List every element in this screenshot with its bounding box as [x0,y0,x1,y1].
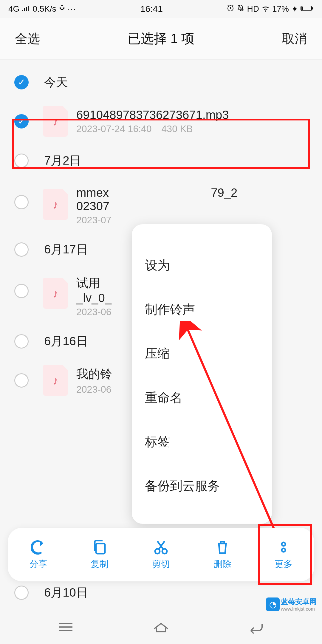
file-date: 2023-07-24 16:40 [76,123,152,134]
clock: 16:41 [140,4,163,14]
menu-item-make-ringtone[interactable]: 制作铃声 [145,287,259,332]
nav-bar [0,611,322,644]
file-row[interactable]: ✓ ♪ 6910489783736273671.mp3 2023-07-24 1… [0,99,322,144]
file-checkbox[interactable] [14,373,29,388]
copy-label: 复制 [91,558,109,570]
share-icon [31,539,46,555]
bell-off-icon [237,4,244,14]
file-date: 2023-07 [76,215,111,225]
group-label: 7月2日 [44,152,81,169]
hd-label: HD [247,4,259,14]
battery-label: 17% [272,4,289,14]
share-label: 分享 [30,558,47,570]
charging-icon: ✦ [291,4,298,14]
delete-icon [215,539,230,555]
group-header[interactable]: 7月2日 [0,144,322,177]
usb-icon [59,4,65,14]
group-header[interactable]: ✓ 今天 [0,66,322,99]
alarm-icon [227,4,234,14]
group-checkbox[interactable] [14,334,29,349]
file-checkbox[interactable] [14,195,29,209]
watermark-title: 蓝莓安卓网 [281,597,317,606]
delete-label: 删除 [213,558,231,570]
more-label: 更多 [275,558,292,570]
menu-item-set-as[interactable]: 设为 [145,243,259,287]
watermark-icon: ◔ [266,597,280,611]
file-size: 430 KB [162,123,193,134]
selection-title: 已选择 1 项 [128,30,195,47]
file-name: mmex 79_2 [76,186,308,199]
wifi-icon [261,4,270,14]
file-date: 2023-06 [76,384,111,395]
signal-icon [22,4,30,14]
cut-label: 剪切 [152,558,170,570]
file-checkbox[interactable]: ✓ [14,114,29,129]
more-dots-icon: ··· [68,4,76,14]
group-checkbox[interactable] [14,586,29,600]
menu-item-open-with[interactable]: 打开方式 [145,508,259,524]
menu-item-backup-cloud[interactable]: 备份到云服务 [145,464,259,508]
select-all-button[interactable]: 全选 [15,30,40,47]
watermark: ◔ 蓝莓安卓网 www.lmkjst.com [266,597,317,612]
more-icon [276,539,291,555]
file-name: 6910489783736273671.mp3 [76,108,308,122]
file-name-line2: 02307 [76,199,308,213]
music-file-icon: ♪ [43,278,68,309]
group-label: 今天 [44,74,68,90]
context-menu: 设为 制作铃声 压缩 重命名 标签 备份到云服务 打开方式 [132,224,272,524]
battery-icon [301,4,314,14]
copy-icon [92,539,107,555]
group-checkbox[interactable] [14,154,29,168]
network-label: 4G [8,4,19,14]
copy-button[interactable]: 复制 [77,539,122,570]
music-file-icon: ♪ [43,189,68,220]
svg-rect-2 [301,7,303,10]
action-toolbar: 分享 复制 剪切 删除 更多 [8,528,314,581]
cut-icon [153,539,169,555]
file-date: 2023-06 [76,306,111,317]
selection-header: 全选 已选择 1 项 取消 [0,18,322,60]
nav-home-button[interactable] [151,620,171,635]
group-label: 6月16日 [44,333,88,349]
group-label: 6月10日 [44,584,88,601]
svg-point-8 [282,542,285,546]
nav-menu-button[interactable] [55,620,76,635]
watermark-url: www.lmkjst.com [281,606,317,612]
file-checkbox[interactable] [14,284,29,298]
svg-point-9 [282,548,285,552]
cancel-button[interactable]: 取消 [282,30,307,47]
music-file-icon: ♪ [43,106,68,137]
svg-rect-5 [96,544,105,554]
group-checkbox[interactable]: ✓ [14,75,29,89]
group-checkbox[interactable] [14,242,29,257]
menu-item-rename[interactable]: 重命名 [145,376,259,420]
music-file-icon: ♪ [43,365,68,396]
cut-button[interactable]: 剪切 [139,539,183,570]
group-label: 6月17日 [44,241,88,258]
share-button[interactable]: 分享 [16,539,61,570]
delete-button[interactable]: 删除 [200,539,245,570]
more-button[interactable]: 更多 [261,539,306,570]
menu-item-compress[interactable]: 压缩 [145,332,259,376]
svg-rect-3 [312,7,313,10]
status-bar: 4G 0.5K/s ··· 16:41 HD 17% ✦ [0,0,322,18]
nav-back-button[interactable] [246,620,267,635]
speed-label: 0.5K/s [32,4,56,14]
menu-item-tag[interactable]: 标签 [145,420,259,464]
